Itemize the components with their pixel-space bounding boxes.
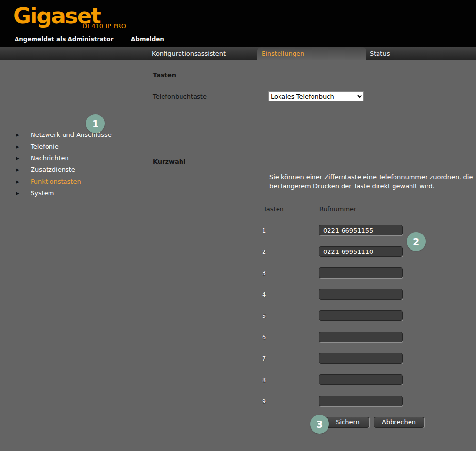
speed-dial-input-9[interactable] [319, 396, 403, 406]
tasten-section-heading: Tasten [153, 71, 176, 79]
speed-dial-input-3[interactable] [319, 267, 403, 278]
sidebar-item-label: Netzwerk und Anschlüsse [31, 131, 112, 138]
key-label: 6 [262, 334, 272, 341]
sidebar-item-netzwerk[interactable]: ▶ Netzwerk und Anschlüsse [0, 131, 146, 142]
sidebar-item-label: System [31, 189, 54, 197]
speed-dial-input-2[interactable] [319, 246, 403, 257]
sidebar-item-system[interactable]: ▶ System [0, 189, 146, 200]
key-label: 9 [262, 398, 272, 405]
key-label: 8 [262, 376, 272, 384]
telefonbuchtaste-select[interactable]: Lokales Telefonbuch [268, 91, 364, 101]
cancel-button[interactable]: Abbrechen [374, 417, 424, 428]
callout-badge-2: 2 [407, 232, 426, 251]
login-bar: Angemeldet als Administrator Abmelden [0, 34, 476, 47]
kurzwahl-section-heading: Kurzwahl [153, 158, 186, 165]
sidebar-item-nachrichten[interactable]: ▶ Nachrichten [0, 154, 146, 166]
app-header: Gigaset DE410 IP PRO Angemeldet als Admi… [0, 0, 476, 47]
chevron-right-icon: ▶ [16, 144, 19, 149]
telefonbuchtaste-label: Telefonbuchtaste [153, 93, 207, 100]
chevron-right-icon: ▶ [16, 191, 19, 196]
key-label: 2 [262, 248, 272, 255]
kurzwahl-description: Sie können einer Zifferntaste eine Telef… [269, 172, 474, 191]
speed-dial-input-5[interactable] [319, 310, 403, 321]
save-button[interactable]: Sichern [326, 417, 369, 428]
chevron-right-icon: ▶ [16, 156, 19, 161]
callout-badge-3: 3 [310, 415, 329, 434]
content-area: ▶ Netzwerk und Anschlüsse ▶ Telefonie ▶ … [0, 60, 476, 451]
column-header-rufnummer: Rufnummer [319, 205, 356, 213]
tab-einstellungen[interactable]: Einstellungen [257, 47, 366, 61]
column-header-tasten: Tasten [263, 205, 284, 213]
speed-dial-input-4[interactable] [319, 289, 403, 300]
sidebar-item-label: Nachrichten [31, 154, 69, 162]
login-status-label: Angemeldet als Administrator [15, 36, 113, 43]
device-model-label: DE410 IP PRO [82, 22, 126, 30]
speed-dial-input-8[interactable] [319, 374, 403, 385]
logout-link[interactable]: Abmelden [131, 36, 164, 43]
speed-dial-input-7[interactable] [319, 353, 403, 364]
tab-konfigurationsassistent[interactable]: Konfigurationsassistent [152, 47, 226, 61]
sidebar-item-label: Zusatzdienste [31, 166, 75, 173]
speed-dial-input-6[interactable] [319, 332, 403, 342]
key-label: 5 [262, 312, 272, 319]
main-tab-bar: Konfigurationsassistent Einstellungen St… [0, 47, 476, 60]
sidebar-item-label: Funktionstasten [31, 178, 81, 185]
chevron-right-icon: ▶ [16, 167, 19, 172]
sidebar-item-funktionstasten[interactable]: ▶ Funktionstasten [0, 177, 146, 189]
sidebar-divider [149, 60, 149, 451]
chevron-right-icon: ▶ [16, 179, 19, 184]
key-label: 4 [262, 291, 272, 298]
key-label: 1 [262, 227, 272, 234]
sidebar-item-zusatzdienste[interactable]: ▶ Zusatzdienste [0, 166, 146, 177]
key-label: 7 [262, 355, 272, 362]
key-label: 3 [262, 269, 272, 277]
speed-dial-input-1[interactable] [319, 225, 403, 235]
callout-badge-1: 1 [86, 114, 105, 133]
sidebar-item-telefonie[interactable]: ▶ Telefonie [0, 142, 146, 154]
sidebar-item-label: Telefonie [31, 143, 59, 150]
chevron-right-icon: ▶ [16, 133, 19, 137]
tab-status[interactable]: Status [370, 47, 390, 61]
section-divider [153, 129, 349, 129]
